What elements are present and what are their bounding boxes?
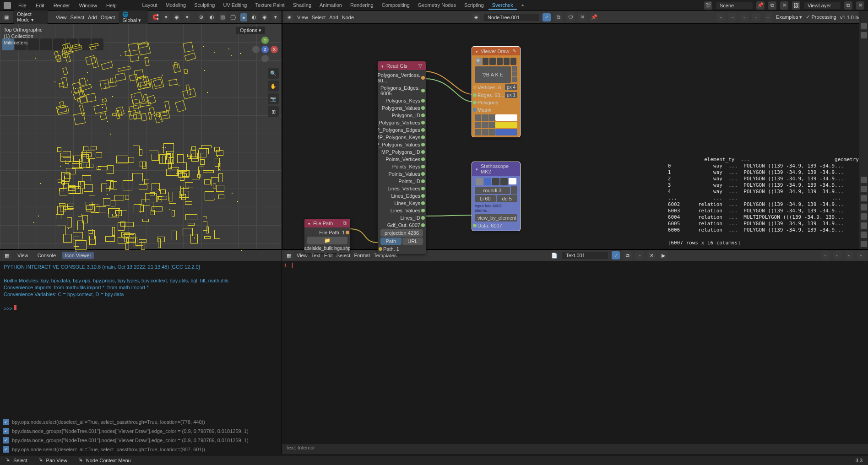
add-workspace-icon[interactable]: +	[518, 1, 528, 10]
axis-z-icon[interactable]: Z	[261, 46, 269, 53]
shading-wire-icon[interactable]: ◯	[230, 13, 237, 22]
text-editor-icon[interactable]: ▦	[285, 251, 293, 260]
tab-uvediting[interactable]: UV Editing	[219, 1, 250, 10]
text-editor[interactable]: ▦ View Text Edit Select Format Templates…	[282, 250, 868, 454]
proportional-options-icon[interactable]: ▾	[184, 13, 190, 22]
rs-icon-c[interactable]	[861, 195, 867, 201]
rs-arrow-icon[interactable]	[861, 23, 867, 29]
console-tab-iconviewer[interactable]: Icon Viewer	[62, 252, 94, 259]
rs-icon-a[interactable]	[861, 177, 867, 183]
zoom-icon[interactable]: 🔍	[268, 68, 279, 79]
copy-tree-icon[interactable]: ⧉	[554, 13, 563, 22]
te-opt-1[interactable]: ▫	[821, 251, 830, 260]
vd-side-2[interactable]	[512, 71, 517, 76]
close-tree-icon[interactable]: ✕	[578, 13, 586, 22]
tab-animation[interactable]: Animation	[316, 1, 346, 10]
shading-solid-icon[interactable]: ●	[240, 13, 247, 22]
vp-menu-select[interactable]: Select	[70, 15, 84, 20]
vd-side-1[interactable]	[512, 66, 517, 71]
node-file-path[interactable]: File Path⧉ File Path. 1 📁 adelaide_build…	[304, 219, 350, 253]
console-editor-icon[interactable]: ▦	[3, 251, 11, 260]
axis-x-icon[interactable]: X	[271, 46, 278, 53]
te-opt-4[interactable]: ▫	[857, 251, 865, 260]
close-vl-icon[interactable]: ✕	[856, 1, 864, 10]
st-icon-2[interactable]	[484, 178, 491, 185]
text-copy-icon[interactable]: ⧉	[624, 251, 632, 260]
vp-menu-add[interactable]: Add	[88, 15, 97, 20]
gizmo-icon[interactable]: ⊕	[198, 13, 205, 22]
shading-render-icon[interactable]: ◉	[261, 13, 268, 22]
node-file-path-header[interactable]: File Path⧉	[304, 219, 350, 227]
xray-icon[interactable]: ▨	[219, 13, 226, 22]
te-opt-3[interactable]: ▫	[845, 251, 853, 260]
node-viewer-draw[interactable]: Viewer Draw✎ 👁 ▽ B A K E	[472, 47, 520, 137]
node-stethoscope-header[interactable]: Stethoscope MK2	[472, 162, 520, 176]
sv-icon-5[interactable]: ▫	[764, 13, 772, 22]
tab-geonodes[interactable]: Geometry Nodes	[414, 1, 460, 10]
node-read-gis-header[interactable]: Read Gis▽	[378, 61, 426, 70]
tab-compositing[interactable]: Compositing	[378, 1, 413, 10]
vd-color-row-1[interactable]	[475, 114, 517, 121]
pin-icon[interactable]: 📌	[756, 1, 765, 10]
examples-dropdown[interactable]: Examples ▾	[776, 14, 802, 20]
python-console[interactable]: ▦ View Console Icon Viewer PYTHON INTERA…	[0, 250, 282, 454]
nodetree-icon[interactable]: ◈	[472, 13, 480, 22]
ne-menu-node[interactable]: Node	[342, 15, 354, 20]
vd-color-row-3[interactable]	[475, 129, 517, 135]
rs-icon-f[interactable]	[861, 222, 867, 229]
copy-icon[interactable]: ⧉	[768, 1, 776, 10]
text-new-icon[interactable]: ▫	[635, 251, 644, 260]
vd-icon-2[interactable]	[483, 58, 488, 65]
viewport-options-dropdown[interactable]: Options ▾	[236, 27, 265, 34]
st-icon-4[interactable]	[500, 178, 508, 185]
console-body[interactable]: PYTHON INTERACTIVE CONSOLE 3.10.8 (main,…	[0, 261, 282, 417]
console-tab-view[interactable]: View	[15, 252, 31, 259]
tab-sverchok[interactable]: Sverchok	[488, 1, 517, 10]
tab-shading[interactable]: Shading	[289, 1, 315, 10]
node-stethoscope[interactable]: Stethoscope MK2 roundi 3 Li 60	[472, 162, 520, 231]
viewport-3d[interactable]: ▦ Object Mode ▾ View Select Add Object 🌐…	[0, 11, 282, 249]
st-icon-3[interactable]	[492, 178, 499, 185]
perspective-icon[interactable]: ⊞	[268, 106, 279, 117]
projection-field[interactable]: projection 4236	[380, 229, 423, 237]
close-icon[interactable]: ✕	[780, 1, 788, 10]
proportional-icon[interactable]: ◉	[173, 13, 180, 22]
vd-side-3[interactable]	[512, 77, 517, 82]
tab-layout[interactable]: Layout	[139, 1, 161, 10]
tab-texturepaint[interactable]: Texture Paint	[251, 1, 288, 10]
st-li[interactable]: Li 60	[475, 195, 496, 202]
vd-icon-6[interactable]	[510, 58, 516, 65]
url-button[interactable]: URL	[402, 238, 423, 245]
axis-neg-y-icon[interactable]	[261, 55, 269, 62]
editor-type-node-icon[interactable]: ◈	[285, 13, 293, 22]
nodetree-name-input[interactable]	[484, 14, 539, 21]
te-menu-format[interactable]: Format	[354, 253, 370, 258]
scene-icon[interactable]: 🎬	[704, 1, 712, 10]
viewlayer-field[interactable]: ViewLayer	[804, 2, 841, 9]
menu-render[interactable]: Render	[50, 2, 74, 9]
vp-menu-view[interactable]: View	[56, 15, 67, 20]
menu-help[interactable]: Help	[103, 2, 120, 9]
rs-tool-icon[interactable]	[861, 32, 867, 38]
vd-display-icons[interactable]: 👁	[475, 57, 517, 66]
sv-icon-1[interactable]: ▫	[716, 13, 725, 22]
te-menu-text[interactable]: Text	[311, 253, 320, 258]
fake-user-icon[interactable]: ✓	[542, 13, 551, 22]
menu-window[interactable]: Window	[76, 2, 101, 9]
st-roundi[interactable]: roundi 3	[475, 187, 510, 194]
node-viewer-draw-header[interactable]: Viewer Draw✎	[472, 47, 520, 55]
scene-field[interactable]: Scene	[716, 2, 753, 9]
st-de[interactable]: de 5	[497, 195, 518, 202]
editor-type-icon[interactable]: ▦	[3, 13, 10, 22]
pan-icon[interactable]: ✋	[268, 81, 279, 92]
text-editor-body[interactable]: 1	[282, 261, 868, 444]
text-close-icon[interactable]: ✕	[647, 251, 656, 260]
tab-scripting[interactable]: Scripting	[461, 1, 488, 10]
copy-vl-icon[interactable]: ⧉	[844, 1, 852, 10]
sv-icon-2[interactable]: ▫	[728, 13, 737, 22]
rs-icon-b[interactable]	[861, 186, 867, 192]
orientation-dropdown[interactable]: 🌐 Global ▾	[119, 11, 148, 24]
overlay-icon[interactable]: ◐	[208, 13, 215, 22]
tab-rendering[interactable]: Rendering	[347, 1, 377, 10]
file-browse-button[interactable]: 📁	[307, 237, 347, 244]
